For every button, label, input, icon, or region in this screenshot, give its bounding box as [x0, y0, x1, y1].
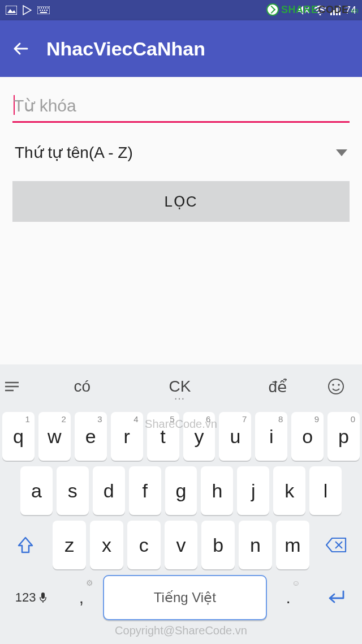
brand-code: CODE [318, 4, 348, 15]
key-m[interactable]: m [276, 521, 309, 569]
key-o[interactable]: o9 [291, 412, 324, 461]
app-bar: NhacViecCaNhan [0, 20, 362, 77]
enter-key[interactable] [309, 575, 360, 620]
mic-icon [39, 592, 47, 603]
keyboard-row-3: zxcvbnm [2, 521, 360, 569]
key-i[interactable]: i8 [255, 412, 287, 461]
emoji-button[interactable] [327, 377, 359, 396]
numeric-label: 123 [15, 590, 36, 605]
app-title: NhacViecCaNhan [46, 38, 205, 60]
key-v[interactable]: v [165, 521, 198, 569]
backspace-key[interactable] [313, 521, 360, 569]
key-u[interactable]: u7 [219, 412, 251, 461]
svg-point-27 [338, 384, 340, 386]
svg-rect-11 [44, 10, 45, 11]
brand-share: SHARE [281, 4, 318, 15]
svg-marker-1 [7, 9, 16, 13]
svg-rect-10 [42, 10, 43, 11]
suggestion-bar: có CK để [0, 364, 362, 409]
svg-rect-6 [43, 7, 44, 8]
filter-button[interactable]: LỌC [12, 181, 350, 222]
shift-key[interactable] [2, 521, 49, 569]
svg-rect-30 [41, 593, 45, 599]
key-g[interactable]: g [165, 466, 197, 515]
key-k[interactable]: k [273, 466, 305, 515]
svg-point-25 [329, 379, 343, 394]
svg-point-26 [332, 384, 334, 386]
svg-rect-7 [45, 7, 46, 8]
brand-tld: .vn [348, 7, 359, 15]
key-y[interactable]: y6 [183, 412, 216, 461]
chevron-down-icon [336, 149, 347, 156]
svg-rect-13 [40, 12, 47, 13]
suggestion-1[interactable]: có [34, 377, 131, 396]
emoji-small-icon: ☺ [292, 578, 300, 587]
space-key[interactable]: Tiếng Việt [103, 575, 267, 620]
back-button[interactable] [11, 39, 31, 58]
key-e[interactable]: e3 [75, 412, 107, 461]
key-j[interactable]: j [237, 466, 269, 515]
svg-rect-5 [41, 7, 42, 8]
brand-logo-icon [266, 3, 279, 16]
key-t[interactable]: t5 [147, 412, 179, 461]
content-area: Thứ tự tên(A - Z) LỌC [0, 77, 362, 238]
key-b[interactable]: b [201, 521, 235, 569]
gear-icon: ⚙ [86, 578, 93, 587]
key-n[interactable]: n [239, 521, 272, 569]
keyboard-row-4: 123 , ⚙ Tiếng Việt . ☺ [2, 575, 360, 620]
period-key[interactable]: . ☺ [271, 575, 305, 620]
key-p[interactable]: p0 [327, 412, 360, 461]
key-x[interactable]: x [90, 521, 123, 569]
suggestion-3[interactable]: để [229, 377, 326, 396]
search-input[interactable] [12, 93, 350, 123]
image-icon [6, 6, 17, 15]
svg-rect-0 [6, 6, 17, 15]
numeric-key[interactable]: 123 [2, 575, 60, 620]
svg-rect-12 [46, 10, 48, 11]
key-w[interactable]: w2 [38, 412, 71, 461]
key-a[interactable]: a [20, 466, 53, 515]
key-c[interactable]: c [127, 521, 161, 569]
key-h[interactable]: h [201, 466, 233, 515]
key-f[interactable]: f [129, 466, 161, 515]
play-store-icon [23, 5, 32, 15]
key-r[interactable]: r4 [111, 412, 143, 461]
key-s[interactable]: s [57, 466, 89, 515]
keyboard-indicator-icon [37, 6, 50, 14]
watermark-brand: SHARECODE.vn [266, 3, 359, 16]
sort-dropdown[interactable]: Thứ tự tên(A - Z) [12, 138, 350, 173]
key-q[interactable]: q1 [2, 412, 35, 461]
suggestion-2[interactable]: CK [132, 377, 229, 396]
clipboard-icon[interactable] [3, 380, 33, 393]
keyboard-row-1: q1w2e3r4t5y6u7i8o9p0 [2, 412, 360, 461]
key-d[interactable]: d [93, 466, 125, 515]
comma-key[interactable]: , ⚙ [64, 575, 98, 620]
soft-keyboard: có CK để q1w2e3r4t5y6u7i8o9p0 asdfghjkl … [0, 364, 362, 644]
sort-selected-label: Thứ tự tên(A - Z) [15, 143, 133, 162]
search-field-wrap [12, 93, 350, 123]
svg-rect-4 [38, 7, 40, 8]
svg-rect-9 [40, 10, 41, 11]
svg-rect-8 [48, 7, 49, 8]
svg-marker-2 [23, 6, 31, 15]
keyboard-row-2: asdfghjkl [2, 466, 360, 515]
key-z[interactable]: z [53, 521, 86, 569]
key-l[interactable]: l [309, 466, 342, 515]
